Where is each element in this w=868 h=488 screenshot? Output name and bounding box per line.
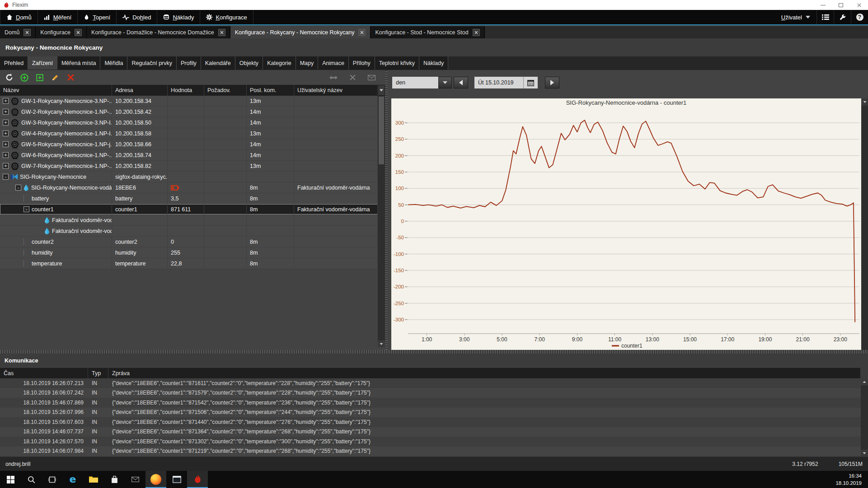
device-row-gw-3-rokycany-nemocnice-3-np-i[interactable]: +GW-3-Rokycany-Nemocnice-3.NP-I.10.200.1… bbox=[0, 117, 378, 128]
subtab-kalend-e[interactable]: Kalendáře bbox=[201, 56, 235, 70]
taskbar-task-view-button[interactable] bbox=[42, 471, 62, 488]
device-row-gw-5-rokycany-nemocnice-1-np-j[interactable]: +GW-5-Rokycany-Nemocnice-1.NP-j.10.200.1… bbox=[0, 139, 378, 150]
message-row[interactable]: 18.10.2019 14:46:07.737IN{"device":"18EB… bbox=[0, 427, 861, 437]
scrollbar-thumb[interactable] bbox=[379, 97, 384, 164]
close-tab-icon[interactable] bbox=[218, 29, 225, 36]
device-row-counter1[interactable]: -counter1counter1871 6118mFakturační vod… bbox=[0, 204, 378, 215]
device-row-faktura-n-vodom-r-vod-rna[interactable]: Fakturační vodoměr-vodárna bbox=[0, 215, 378, 226]
message-row[interactable]: 18.10.2019 14:26:07.570IN{"device":"18EB… bbox=[0, 437, 861, 446]
column-header-n-zev[interactable]: Název bbox=[0, 85, 112, 96]
expand-toggle[interactable]: + bbox=[3, 98, 9, 104]
expand-toggle[interactable]: + bbox=[3, 163, 9, 169]
date-input[interactable]: Út 15.10.2019 bbox=[474, 77, 523, 88]
chart-scroll-button[interactable] bbox=[861, 98, 868, 106]
subtab-mapy[interactable]: Mapy bbox=[296, 56, 319, 70]
mail-button[interactable] bbox=[367, 73, 376, 82]
refresh-button[interactable] bbox=[5, 73, 14, 82]
tab-konfigurace-stod-nemocnice-stod[interactable]: Konfigurace - Stod - Nemocnice Stod bbox=[371, 26, 484, 38]
message-row[interactable]: 18.10.2019 15:06:07.603IN{"device":"18EB… bbox=[0, 417, 861, 427]
add-square-button[interactable] bbox=[35, 73, 44, 82]
column-header-po-adov[interactable]: Požadov. bbox=[204, 85, 247, 96]
menu-item-m-en[interactable]: Měření bbox=[38, 10, 78, 24]
taskbar-explorer-button[interactable] bbox=[83, 471, 104, 488]
edit-button[interactable] bbox=[51, 73, 60, 82]
device-row-gw-7-rokycany-nemocnice-1-np[interactable]: +GW-7-Rokycany-Nemocnice-1.NP-..10.200.1… bbox=[0, 161, 378, 172]
column-header-hodnota[interactable]: Hodnota bbox=[168, 85, 204, 96]
device-row-temperature[interactable]: temperaturetemperature22,88m bbox=[0, 258, 378, 269]
list-button[interactable] bbox=[816, 10, 834, 24]
tab-konfigurace-doma-lice-nemocnice-doma-lice[interactable]: Konfigurace - Domažlice - Nemocnice Doma… bbox=[87, 26, 230, 38]
collapse-toggle[interactable]: - bbox=[15, 185, 21, 191]
subtab-p-ehled[interactable]: Přehled bbox=[0, 56, 28, 70]
communication-scrollbar[interactable] bbox=[861, 378, 868, 457]
subtab-objekty[interactable]: Objekty bbox=[235, 56, 263, 70]
menu-item-konfigurace[interactable]: Konfigurace bbox=[200, 10, 253, 24]
period-select[interactable]: den bbox=[392, 77, 438, 88]
user-menu[interactable]: Uživatel bbox=[775, 10, 816, 24]
device-row-gw-2-rokycany-nemocnice-1-np[interactable]: +GW-2-Rokycany-Nemocnice-1.NP-..10.200.1… bbox=[0, 107, 378, 117]
subtab-p-lohy[interactable]: Přílohy bbox=[349, 56, 375, 70]
help-button[interactable]: ? bbox=[851, 10, 868, 24]
close-tab-icon[interactable] bbox=[358, 29, 366, 36]
scroll-down-button[interactable] bbox=[378, 340, 385, 348]
column-header-u-ivatelsk-n-zev[interactable]: Uživatelský název bbox=[294, 85, 378, 96]
collapse-toggle[interactable]: - bbox=[3, 174, 9, 180]
taskbar-mail-button[interactable] bbox=[125, 471, 145, 488]
maximize-button[interactable] bbox=[832, 0, 850, 10]
expand-toggle[interactable]: + bbox=[3, 130, 9, 136]
subtab-m-idla[interactable]: Měřidla bbox=[100, 56, 127, 70]
column-filter-button[interactable] bbox=[378, 85, 385, 96]
chart-scrollbar[interactable] bbox=[861, 98, 868, 350]
minimize-button[interactable] bbox=[814, 0, 832, 10]
column-header-adresa[interactable]: Adresa bbox=[112, 85, 168, 96]
close-button[interactable] bbox=[850, 0, 868, 10]
arrows-horizontal-button[interactable] bbox=[329, 73, 338, 82]
kom-column-header-typ[interactable]: Typ bbox=[88, 368, 108, 378]
device-row-humidity[interactable]: humidityhumidity2558m bbox=[0, 247, 378, 258]
period-select-dropdown-button[interactable] bbox=[438, 77, 452, 88]
expand-toggle[interactable]: + bbox=[3, 152, 9, 158]
column-header-posl-kom[interactable]: Posl. kom. bbox=[247, 85, 294, 96]
device-row-battery[interactable]: batterybattery3,58m bbox=[0, 193, 378, 204]
kom-column-header-as[interactable]: Čas bbox=[0, 368, 88, 378]
tab-dom[interactable]: Domů bbox=[0, 26, 36, 38]
subtab-animace[interactable]: Animace bbox=[318, 56, 349, 70]
device-row-sig-rokycany-nemocnice[interactable]: -SIG-Rokycany-Nemocnicesigfox-dataing-ro… bbox=[0, 172, 378, 182]
add-circle-button[interactable] bbox=[20, 73, 29, 82]
kom-scroll-down-button[interactable] bbox=[861, 450, 868, 457]
close-tab-icon[interactable] bbox=[75, 29, 82, 36]
device-row-counter2[interactable]: counter2counter208m bbox=[0, 237, 378, 247]
menu-item-topen[interactable]: Topení bbox=[78, 10, 117, 24]
next-day-button[interactable] bbox=[545, 77, 559, 88]
message-row[interactable]: 18.10.2019 15:26:07.996IN{"device":"18EB… bbox=[0, 408, 861, 418]
subtab-teplotn-k-ivky[interactable]: Teplotní křivky bbox=[375, 56, 419, 70]
menu-item-dom[interactable]: Domů bbox=[0, 10, 38, 24]
message-row[interactable]: 18.10.2019 16:06:07.242IN{"device":"18EB… bbox=[0, 388, 861, 398]
device-row-gw-1-rokycany-nemocnice-3-np[interactable]: +GW-1-Rokycany-Nemocnice-3.NP-..10.200.1… bbox=[0, 96, 378, 107]
close-tab-icon[interactable] bbox=[23, 29, 31, 36]
tab-konfigurace-rokycany-nemocnice-rokycany[interactable]: Konfigurace - Rokycany - Nemocnice Rokyc… bbox=[230, 26, 371, 38]
message-row[interactable]: 18.10.2019 16:26:07.213IN{"device":"18EB… bbox=[0, 378, 861, 388]
subtab-regula-n-prvky[interactable]: Regulační prvky bbox=[127, 56, 177, 70]
device-row-gw-4-rokycany-nemocnice-1-np-i[interactable]: +GW-4-Rokycany-Nemocnice-1.NP-I.10.200.1… bbox=[0, 128, 378, 139]
subtab-kategorie[interactable]: Kategorie bbox=[263, 56, 296, 70]
device-row-sig-rokycany-nemocnice-vod-r[interactable]: -SIG-Rokycany-Nemocnice-vodár..18EBE68mF… bbox=[0, 182, 378, 193]
message-row[interactable]: 18.10.2019 14:06:07.984IN{"device":"18EB… bbox=[0, 446, 861, 456]
subtab-n-klady[interactable]: Náklady bbox=[419, 56, 448, 70]
taskbar-clock[interactable]: 16:34 18.10.2019 bbox=[835, 471, 868, 488]
taskbar-search-button[interactable] bbox=[21, 471, 42, 488]
subtab-profily[interactable]: Profily bbox=[177, 56, 201, 70]
tab-konfigurace[interactable]: Konfigurace bbox=[36, 26, 87, 38]
wrench-button[interactable] bbox=[834, 10, 851, 24]
taskbar-firefox-button[interactable] bbox=[145, 471, 166, 488]
collapse-toggle[interactable]: - bbox=[23, 206, 29, 212]
taskbar-app-window-button[interactable] bbox=[166, 471, 187, 488]
expand-toggle[interactable]: + bbox=[3, 109, 9, 115]
taskbar-edge-button[interactable]: e bbox=[62, 471, 83, 488]
device-row-gw-6-rokycany-nemocnice-1-np[interactable]: +GW-6-Rokycany-Nemocnice-1.NP-..10.200.1… bbox=[0, 150, 378, 161]
taskbar-start-button[interactable] bbox=[0, 471, 21, 488]
expand-toggle[interactable]: + bbox=[3, 141, 9, 147]
delete-button[interactable] bbox=[66, 73, 75, 82]
device-row-faktura-n-vodom-r-vod-rna[interactable]: Fakturační vodoměr-vodárna bbox=[0, 226, 378, 237]
menu-item-n-klady[interactable]: Náklady bbox=[157, 10, 200, 24]
